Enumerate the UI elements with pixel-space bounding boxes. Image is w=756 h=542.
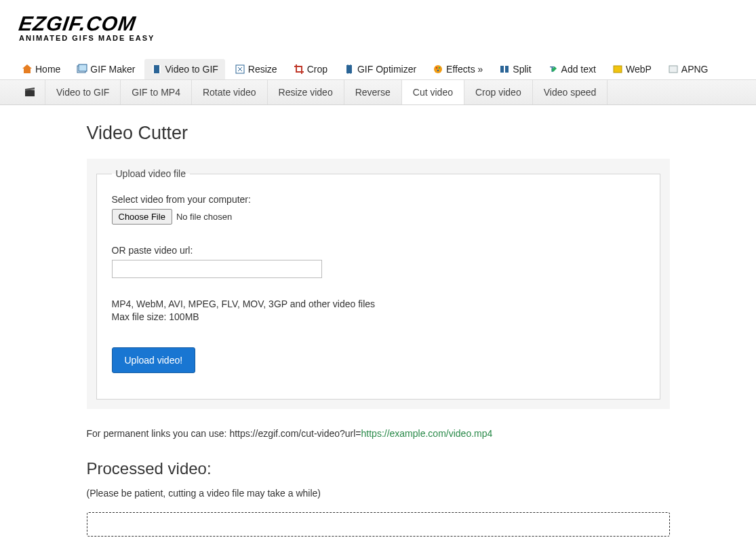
home-icon <box>22 64 33 75</box>
compress-icon <box>344 64 355 75</box>
nav-gif-maker[interactable]: GIF Maker <box>70 59 142 79</box>
main-nav: Home GIF Maker Video to GIF Resize Crop … <box>0 59 756 80</box>
nav-gif-optimizer-label: GIF Optimizer <box>357 64 416 75</box>
upload-legend: Upload video file <box>112 168 191 179</box>
subnav-cut-video[interactable]: Cut video <box>402 80 464 104</box>
clapperboard-icon <box>24 87 35 98</box>
svg-point-7 <box>434 65 442 73</box>
permalink-prefix: For permanent links you can use: https:/… <box>87 428 361 439</box>
crop-icon <box>294 64 304 75</box>
svg-rect-14 <box>614 66 622 73</box>
sub-nav: Video to GIF GIF to MP4 Rotate video Res… <box>0 80 756 105</box>
svg-rect-6 <box>346 65 352 73</box>
nav-effects-label: Effects » <box>446 64 483 75</box>
choose-file-button[interactable]: Choose File <box>112 209 172 225</box>
video-url-input[interactable] <box>112 260 322 278</box>
svg-point-8 <box>436 67 437 69</box>
nav-split[interactable]: Split <box>492 59 538 79</box>
text-icon: T <box>548 64 559 75</box>
site-header: EZGIF.COM ANIMATED GIFS MADE EASY <box>0 0 756 48</box>
file-input-row: Choose File No file chosen <box>112 209 645 225</box>
nav-webp[interactable]: WebP <box>605 59 658 79</box>
nav-add-text-label: Add text <box>561 64 596 75</box>
svg-rect-4 <box>159 65 161 73</box>
svg-point-9 <box>439 67 440 69</box>
nav-video-to-gif-label: Video to GIF <box>165 64 218 75</box>
nav-gif-optimizer[interactable]: GIF Optimizer <box>337 59 423 79</box>
select-video-label: Select video from your computer: <box>112 194 645 205</box>
upload-video-button[interactable]: Upload video! <box>112 347 196 373</box>
svg-rect-11 <box>500 66 504 73</box>
logo-text: EZGIF.COM <box>18 12 138 35</box>
logo[interactable]: EZGIF.COM ANIMATED GIFS MADE EASY <box>19 12 155 42</box>
permalink-note: For permanent links you can use: https:/… <box>87 428 670 439</box>
webp-icon <box>612 64 623 75</box>
nav-gif-maker-label: GIF Maker <box>90 64 135 75</box>
upload-area: Upload video file Select video from your… <box>87 159 670 409</box>
frames-icon <box>77 64 87 75</box>
patience-note: (Please be patient, cutting a video file… <box>87 488 670 499</box>
nav-resize-label: Resize <box>248 64 277 75</box>
subnav-reverse[interactable]: Reverse <box>344 80 402 104</box>
nav-webp-label: WebP <box>626 64 652 75</box>
processed-heading: Processed video: <box>87 459 670 478</box>
apng-icon <box>668 64 679 75</box>
svg-rect-16 <box>25 90 35 96</box>
subnav-gif-to-mp4[interactable]: GIF to MP4 <box>121 80 192 104</box>
svg-rect-3 <box>153 65 154 73</box>
svg-point-10 <box>437 70 439 71</box>
main-content: Video Cutter Upload video file Select vi… <box>80 105 677 542</box>
nav-crop-label: Crop <box>307 64 327 75</box>
nav-apng[interactable]: APNG <box>661 59 715 79</box>
supported-formats-text: MP4, WebM, AVI, MPEG, FLV, MOV, 3GP and … <box>112 298 645 309</box>
permalink-example-link[interactable]: https://example.com/video.mp4 <box>361 428 493 439</box>
svg-rect-12 <box>505 66 509 73</box>
split-icon <box>499 64 510 75</box>
nav-split-label: Split <box>513 64 531 75</box>
processed-output-box <box>87 512 670 537</box>
subnav-video-speed[interactable]: Video speed <box>533 80 608 104</box>
subnav-resize-video[interactable]: Resize video <box>268 80 344 104</box>
subnav-video-to-gif[interactable]: Video to GIF <box>45 80 121 104</box>
or-url-label: OR paste video url: <box>112 245 645 256</box>
nav-home[interactable]: Home <box>15 59 67 79</box>
resize-icon <box>235 64 245 75</box>
film-icon <box>151 64 162 75</box>
subnav-crop-video[interactable]: Crop video <box>464 80 533 104</box>
sub-nav-category-icon-cell <box>15 80 45 104</box>
nav-video-to-gif[interactable]: Video to GIF <box>144 59 224 79</box>
page-title: Video Cutter <box>87 123 670 144</box>
nav-effects[interactable]: Effects » <box>426 59 490 79</box>
nav-resize[interactable]: Resize <box>228 59 284 79</box>
nav-home-label: Home <box>35 64 60 75</box>
svg-rect-1 <box>79 64 87 71</box>
nav-crop[interactable]: Crop <box>287 59 334 79</box>
upload-fieldset: Upload video file Select video from your… <box>96 168 660 400</box>
nav-apng-label: APNG <box>681 64 709 75</box>
svg-rect-15 <box>669 66 677 73</box>
palette-icon <box>433 64 443 75</box>
file-status-text: No file chosen <box>176 212 232 222</box>
max-size-text: Max file size: 100MB <box>112 311 645 322</box>
subnav-rotate-video[interactable]: Rotate video <box>192 80 268 104</box>
nav-add-text[interactable]: T Add text <box>541 59 603 79</box>
